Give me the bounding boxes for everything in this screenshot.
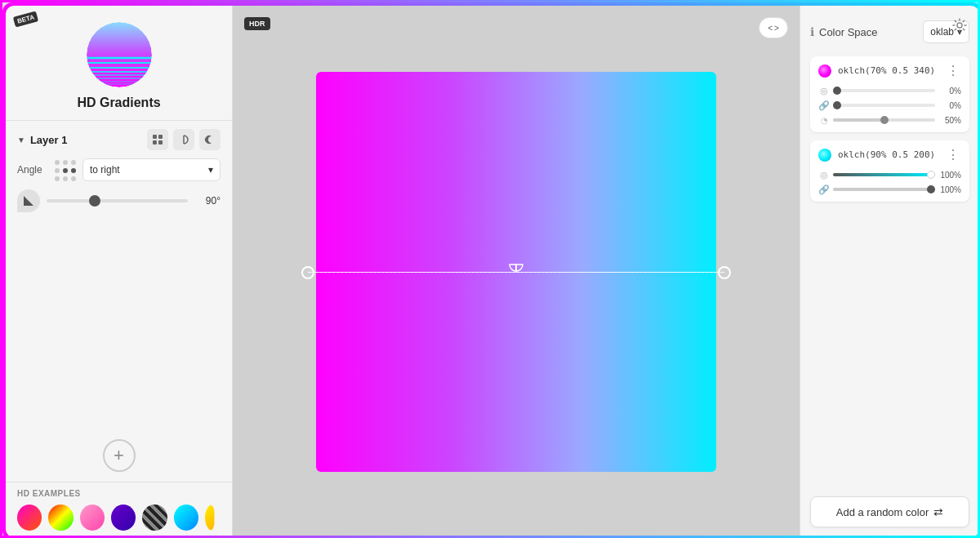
add-layer-row: + [6,429,232,482]
stop-slider-value-2b: 100% [938,185,961,194]
nav-right-icon: > [774,24,779,33]
example-swatch-4[interactable] [111,505,136,531]
svg-point-15 [957,23,962,28]
angle-slider-thumb[interactable] [89,195,100,207]
svg-rect-10 [153,135,157,139]
example-swatch-5[interactable] [142,505,167,531]
layer-name: Layer 1 [30,134,68,146]
dot-tc[interactable] [63,160,68,165]
dot-bl[interactable] [55,176,60,181]
angle-slider-track[interactable] [47,199,188,202]
layer-half-circle-btn[interactable] [173,129,194,150]
app-inner: BETA [6,6,979,537]
example-swatch-7[interactable] [205,505,220,531]
gradient-line [308,272,724,273]
opacity-icon: ◎ [818,85,830,96]
angle-slider-row: 90° [17,189,220,212]
shuffle-icon: ⇄ [933,505,943,518]
app-title: HD Gradients [77,96,160,110]
examples-section: HD EXAMPLES [6,482,232,537]
nav-arrows-button[interactable]: < > [759,17,788,38]
color-stop-more-btn-2[interactable]: ⋮ [945,147,961,162]
example-swatch-2[interactable] [48,505,73,531]
layer-section: ▼ Layer 1 [6,121,232,227]
angle-label: Angle [17,164,47,176]
stop-slider-track-1b[interactable] [833,104,935,107]
color-dot-1[interactable] [818,64,831,78]
angle-row: Angle to right [17,158,220,181]
svg-rect-13 [158,140,163,145]
sidebar-spacer [6,227,232,429]
stop-slider-track-1a[interactable] [833,89,935,92]
example-swatch-3[interactable] [80,505,105,531]
color-label-2: oklch(90% 0.5 200) [838,149,938,160]
gradient-canvas[interactable] [316,72,716,472]
stop-slider-row-1b: 🔗 0% [818,100,961,111]
angle-dropdown[interactable]: to right ▾ [82,158,220,181]
add-random-color-button[interactable]: Add a random color ⇄ [810,496,969,527]
dot-mr[interactable] [71,168,76,173]
dot-tl[interactable] [55,160,60,165]
stop-slider-row-2a: ◎ 100% [818,169,961,180]
examples-label: HD EXAMPLES [17,489,220,498]
color-stop-header-1: oklch(70% 0.5 340) ⋮ [818,63,961,78]
layer-grid-btn[interactable] [147,129,168,150]
angle-icon [17,189,40,212]
app-wrapper: BETA [2,2,980,538]
dot-ml[interactable] [55,168,60,173]
right-panel: ℹ Color Space oklab ▾ oklch(70% 0.5 340)… [800,6,979,537]
stop-slider-row-1a: ◎ 0% [818,85,961,96]
dot-bc[interactable] [63,176,68,181]
link-icon-2: 🔗 [818,184,830,195]
stop-slider-value-1b: 0% [938,101,961,110]
dot-tr[interactable] [71,160,76,165]
stop-slider-value-1c: 50% [938,116,961,125]
example-swatch-6[interactable] [174,505,198,531]
app-logo [87,22,152,87]
color-label-1: oklch(70% 0.5 340) [838,65,938,76]
stop-slider-track-2a[interactable] [833,173,935,176]
add-layer-button[interactable]: + [103,439,136,472]
examples-row [17,505,220,531]
dot-br[interactable] [71,176,76,181]
color-stop-card-2: oklch(90% 0.5 200) ⋮ ◎ 100% 🔗 [810,140,969,202]
hdr-badge: HDR [244,17,270,30]
gradient-stop-right[interactable] [718,266,731,279]
angle-value: 90° [194,195,220,207]
color-stop-card-1: oklch(70% 0.5 340) ⋮ ◎ 0% [810,56,969,132]
color-space-label: Color Space [819,26,878,38]
chevron-down-icon: ▾ [208,164,213,176]
color-dot-2[interactable] [818,149,831,162]
midpoint-icon: ◔ [818,114,830,126]
svg-rect-11 [158,135,163,139]
svg-rect-12 [153,140,157,145]
stop-slider-row-2b: 🔗 100% [818,184,961,195]
sidebar: BETA [6,6,233,537]
nav-left-icon: < [768,24,773,33]
layer-icons [147,129,220,150]
info-icon: ℹ [810,25,814,38]
add-random-label: Add a random color [836,506,929,518]
color-space-row: ℹ Color Space oklab ▾ [810,20,969,43]
midpoint-handle[interactable] [508,261,524,273]
dot-mc[interactable] [63,168,68,173]
canvas-area: HDR < > [233,6,800,537]
example-swatch-1[interactable] [17,505,42,531]
settings-button[interactable] [948,14,971,37]
layer-moon-btn[interactable] [199,129,220,150]
color-stop-more-btn-1[interactable]: ⋮ [945,63,961,78]
stop-slider-value-2a: 100% [938,171,961,180]
direction-dots[interactable] [53,158,76,181]
color-stop-header-2: oklch(90% 0.5 200) ⋮ [818,147,961,162]
layer-collapse-icon[interactable]: ▼ [17,136,25,145]
stop-slider-row-1c: ◔ 50% [818,114,961,126]
stop-sliders-2: ◎ 100% 🔗 100% [818,169,961,195]
svg-point-1 [87,22,152,87]
stop-slider-track-1c[interactable] [833,118,935,122]
stop-slider-value-1a: 0% [938,87,961,96]
link-icon-1: 🔗 [818,100,830,111]
stop-slider-track-2b[interactable] [833,188,935,191]
gradient-stop-left[interactable] [301,266,314,279]
sidebar-header: BETA [6,6,232,120]
layer-header: ▼ Layer 1 [17,129,220,150]
